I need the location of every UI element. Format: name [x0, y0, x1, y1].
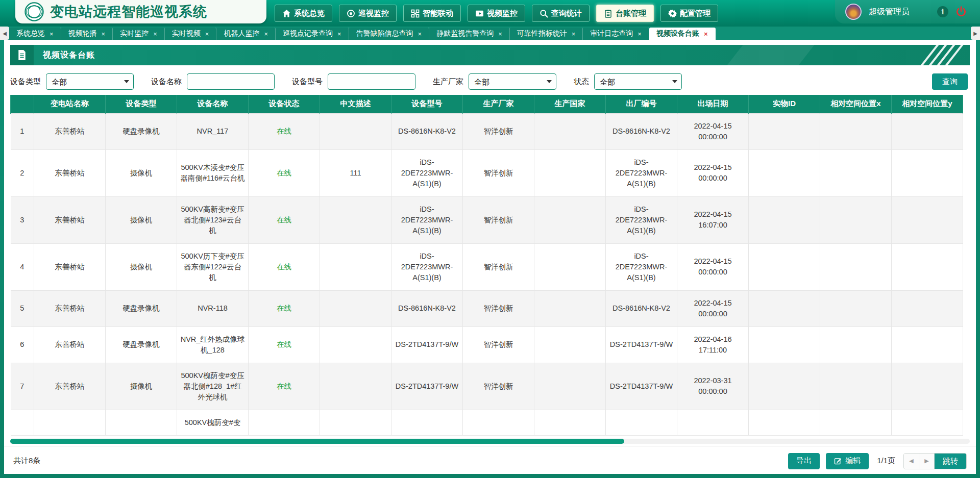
table-cell [463, 410, 534, 435]
tab-video-carousel[interactable]: 视频轮播× [61, 28, 113, 40]
query-button[interactable]: 查询 [932, 73, 968, 90]
table-cell [34, 410, 106, 435]
filter-bar: 设备类型 全部 设备名称 设备型号 生产厂家 全部 状态 [10, 68, 970, 95]
table-cell: 智洋创新 [463, 149, 534, 196]
logo-panel: 变电站远程智能巡视系统 [15, 0, 266, 23]
tab-label: 系统总览 [16, 29, 45, 38]
tab-close-icon[interactable]: × [50, 31, 54, 37]
jump-button[interactable]: 跳转 [935, 454, 966, 469]
device-model-input[interactable] [328, 73, 415, 90]
table-cell: 硬盘录像机 [106, 326, 177, 363]
column-header: 生产厂家 [463, 95, 534, 113]
tab-system-overview[interactable]: 系统总览× [9, 28, 61, 40]
table-cell: 2022-04-16 17:11:00 [677, 326, 749, 363]
manufacturer-select[interactable]: 全部 [469, 73, 556, 90]
export-button[interactable]: 导出 [788, 453, 820, 469]
tab-close-icon[interactable]: × [153, 31, 157, 37]
nav-label: 巡视监控 [358, 9, 389, 18]
tab-close-icon[interactable]: × [638, 31, 642, 37]
nav-ledger-management[interactable]: 台账管理 [596, 5, 654, 22]
tab-realtime-video[interactable]: 实时视频× [165, 28, 217, 40]
user-panel: 超级管理员 i [835, 0, 980, 23]
tab-reliability-stats[interactable]: 可靠性指标统计× [510, 28, 583, 40]
table-cell: 智洋创新 [463, 243, 534, 290]
table-row[interactable]: 7东善桥站摄像机500KV槐荫变#变压器北侧#128_1#红外光球机在线DS-2… [11, 363, 963, 410]
next-page-icon[interactable]: ▶ [919, 454, 935, 469]
nav-label: 视频监控 [487, 9, 518, 18]
nav-config-management[interactable]: 配置管理 [660, 5, 718, 22]
table-cell: 东善桥站 [34, 113, 106, 149]
table-cell: 在线 [249, 326, 320, 363]
nav-smart-linkage[interactable]: 智能联动 [403, 5, 461, 22]
nav-video-monitor[interactable]: 视频监控 [468, 5, 525, 22]
table-cell: 3 [11, 196, 34, 243]
table-cell: 2 [11, 149, 34, 196]
manufacturer-label: 生产厂家 [433, 77, 463, 87]
table-cell: 摄像机 [106, 363, 177, 410]
table-row[interactable]: 2东善桥站摄像机500KV木渎变#变压器南侧#116#云台机在线111iDS-2… [11, 149, 963, 196]
main-area: 视频设备台账 设备类型 全部 设备名称 设备型号 生产厂家 全部 [0, 40, 980, 478]
tab-close-icon[interactable]: × [102, 31, 106, 37]
avatar[interactable] [845, 4, 862, 20]
device-table-viewport: 变电站名称设备类型设备名称设备状态中文描述设备型号生产厂家生产国家出厂编号出场日… [10, 95, 970, 438]
tab-label: 机器人监控 [224, 29, 259, 38]
tab-inspection-point-records[interactable]: 巡视点记录查询× [276, 28, 349, 40]
table-cell [892, 113, 963, 149]
table-cell: 2022-04-15 00:00:00 [677, 113, 749, 149]
table-cell: NVR_红外热成像球机_128 [177, 326, 249, 363]
tab-realtime-monitor[interactable]: 实时监控× [113, 28, 165, 40]
tab-close-icon[interactable]: × [572, 31, 576, 37]
table-row[interactable]: 6东善桥站硬盘录像机NVR_红外热成像球机_128在线DS-2TD4137T-9… [11, 326, 963, 363]
table-cell: 智洋创新 [463, 196, 534, 243]
prev-page-icon[interactable]: ◀ [904, 454, 919, 469]
tab-alarm-defect-info[interactable]: 告警缺陷信息查询× [349, 28, 430, 40]
column-header: 实物ID [749, 95, 820, 113]
table-cell [320, 326, 391, 363]
ledger-icon [604, 9, 612, 18]
tab-close-icon[interactable]: × [498, 31, 502, 37]
nav-inspection-monitor[interactable]: 巡视监控 [339, 5, 397, 22]
table-row[interactable]: 5东善桥站硬盘录像机NVR-118在线DS-8616N-K8-V2智洋创新DS-… [11, 290, 963, 326]
table-row[interactable]: 500KV槐荫变#变 [11, 410, 963, 435]
column-header: 变电站名称 [34, 95, 106, 113]
eye-icon [347, 9, 355, 18]
table-cell: DS-8616N-K8-V2 [391, 290, 463, 326]
tab-close-icon[interactable]: × [337, 31, 341, 37]
power-icon[interactable] [955, 6, 967, 17]
tab-video-device-ledger[interactable]: 视频设备台账× [649, 28, 716, 40]
table-cell: 硬盘录像机 [106, 113, 177, 149]
tab-close-icon[interactable]: × [264, 31, 268, 37]
tab-close-icon[interactable]: × [205, 31, 209, 37]
table-cell [391, 410, 463, 435]
tab-scroll-left-icon[interactable]: ◀ [0, 27, 9, 40]
device-type-select[interactable]: 全部 [46, 73, 134, 90]
table-row[interactable]: 3东善桥站摄像机500KV高新变#变压器北侧#123#云台机在线iDS-2DE7… [11, 196, 963, 243]
column-header: 设备类型 [106, 95, 177, 113]
tab-close-icon[interactable]: × [704, 31, 708, 37]
table-cell: DS-8616N-K8-V2 [606, 290, 677, 326]
device-name-input[interactable] [187, 73, 275, 90]
status-select[interactable]: 全部 [594, 73, 682, 90]
device-name-label: 设备名称 [151, 77, 182, 87]
horizontal-scrollbar-thumb[interactable] [10, 439, 624, 444]
table-cell [534, 113, 606, 149]
table-row[interactable]: 4东善桥站摄像机500KV历下变#变压器东侧#122#云台机在线iDS-2DE7… [11, 243, 963, 290]
table-row[interactable]: 1东善桥站硬盘录像机NVR_117在线DS-8616N-K8-V2智洋创新DS-… [11, 113, 963, 149]
tab-robot-monitor[interactable]: 机器人监控× [216, 28, 276, 40]
edit-button[interactable]: 编辑 [826, 453, 869, 469]
tab-silent-monitor-alarm[interactable]: 静默监视告警查询× [429, 28, 510, 40]
nav-query-statistics[interactable]: 查询统计 [532, 5, 590, 22]
tab-scroll-right-icon[interactable]: ▶ [971, 27, 980, 40]
table-cell: DS-2TD4137T-9/W [606, 363, 677, 410]
tab-audit-log[interactable]: 审计日志查询× [583, 28, 649, 40]
info-icon[interactable]: i [937, 6, 948, 17]
device-table: 变电站名称设备类型设备名称设备状态中文描述设备型号生产厂家生产国家出厂编号出场日… [10, 95, 963, 436]
app-root: { "app": { "title": "变电站远程智能巡视系统" }, "he… [0, 0, 980, 478]
tab-close-icon[interactable]: × [418, 31, 422, 37]
tab-label: 视频轮播 [68, 29, 97, 38]
page-indicator: 1/1页 [877, 456, 895, 466]
table-cell: 在线 [249, 363, 320, 410]
nav-system-overview[interactable]: 系统总览 [275, 5, 332, 22]
table-cell [820, 290, 892, 326]
column-header: 出场日期 [677, 95, 749, 113]
